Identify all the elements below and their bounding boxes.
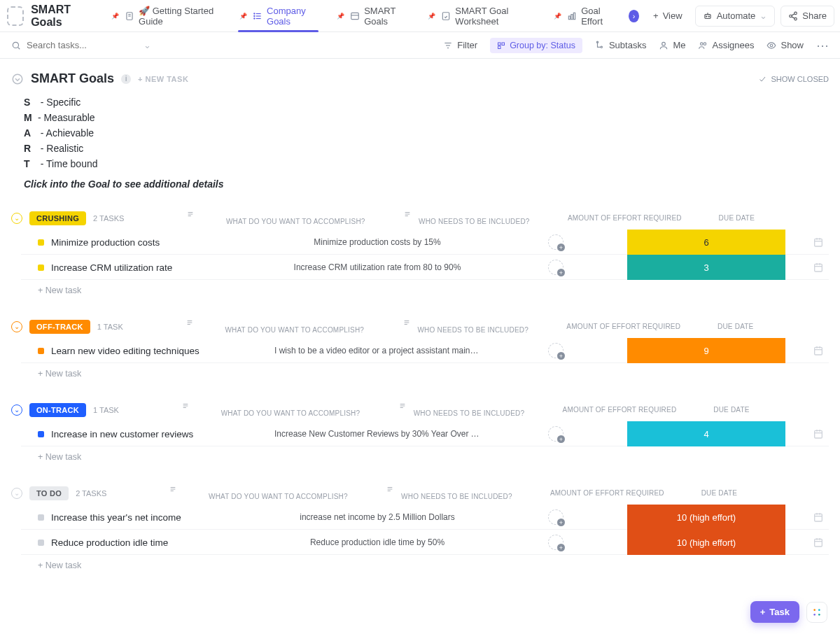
search-icon — [11, 41, 21, 50]
assignee-cell[interactable] — [486, 260, 626, 275]
status-pill[interactable]: ON-TRACK — [29, 403, 86, 417]
label: Group by: Status — [510, 41, 575, 50]
status-pill[interactable]: OFF-TRACK — [29, 320, 90, 334]
chevron-down-icon[interactable]: ⌄ — [144, 40, 151, 50]
due-date-cell[interactable] — [787, 262, 840, 273]
due-date-cell[interactable] — [787, 237, 840, 248]
add-view-button[interactable]: + View — [646, 6, 690, 27]
new-task-link[interactable]: + NEW TASK — [138, 75, 188, 83]
groupby-chip[interactable]: Group by: Status — [490, 38, 582, 53]
col-included: WHO NEEDS TO BE INCLUDED? — [403, 319, 543, 334]
status-dot[interactable] — [38, 239, 44, 246]
new-task-row[interactable]: + New task — [27, 363, 829, 379]
share-button[interactable]: Share — [780, 6, 834, 27]
status-pill[interactable]: CRUSHING — [29, 211, 86, 225]
svg-point-87 — [813, 609, 816, 611]
new-task-row[interactable]: + New task — [27, 446, 829, 462]
effort-cell[interactable]: 6 — [627, 230, 785, 255]
tab-smart-goals[interactable]: 📌 SMART Goals — [328, 0, 416, 32]
search-input[interactable] — [27, 40, 125, 50]
tab-company-goals[interactable]: 📌 Company Goals — [231, 0, 326, 32]
collapse-group-icon[interactable]: ⌄ — [11, 213, 22, 224]
new-task-fab[interactable]: + Task — [750, 601, 799, 623]
add-assignee-icon[interactable] — [548, 343, 564, 358]
status-dot[interactable] — [38, 540, 44, 546]
tab-getting-started[interactable]: 📌 🚀 Getting Started Guide — [103, 0, 228, 32]
show-button[interactable]: Show — [766, 40, 804, 50]
task-accomplish: Increase New Customer Reviews by 30% Yea… — [269, 429, 486, 439]
status-dot[interactable] — [38, 431, 44, 437]
search-wrap[interactable]: ⌄ — [11, 40, 151, 50]
assignee-cell[interactable] — [486, 509, 626, 525]
svg-rect-12 — [568, 16, 570, 20]
label: Share — [802, 10, 827, 21]
info-icon[interactable]: i — [121, 74, 131, 84]
assignee-cell[interactable] — [486, 234, 626, 250]
add-assignee-icon[interactable] — [548, 260, 564, 275]
eye-icon — [766, 41, 776, 50]
show-closed-button[interactable]: SHOW CLOSED — [758, 75, 829, 83]
task-count: 1 TASK — [97, 323, 123, 331]
status-pill[interactable]: TO DO — [29, 486, 69, 500]
effort-cell[interactable]: 3 — [627, 255, 785, 280]
apps-fab[interactable] — [806, 602, 827, 623]
svg-point-37 — [771, 44, 774, 47]
task-row[interactable]: Increase in new customer reviewsIncrease… — [21, 421, 829, 446]
tab-goal-effort[interactable]: 📌 Goal Effort — [545, 0, 622, 32]
svg-rect-45 — [815, 239, 822, 246]
collapse-icon[interactable] — [11, 73, 24, 85]
assignees-button[interactable]: Assignees — [698, 40, 754, 50]
new-task-row[interactable]: + New task — [27, 555, 829, 570]
svg-point-7 — [254, 15, 255, 16]
svg-point-34 — [662, 42, 666, 45]
task-name: Increase in new customer reviews — [51, 429, 193, 439]
assignee-cell[interactable] — [486, 535, 626, 550]
collapse-group-icon[interactable]: ⌄ — [11, 404, 22, 416]
me-button[interactable]: Me — [659, 40, 685, 50]
effort-cell[interactable]: 4 — [627, 421, 785, 446]
status-dot[interactable] — [38, 348, 44, 354]
group-offtrack: ⌄OFF-TRACK1 TASK WHAT DO YOU WANT TO ACC… — [27, 319, 829, 379]
col-due: DUE DATE — [704, 323, 767, 330]
assignee-cell[interactable] — [486, 426, 626, 442]
svg-rect-69 — [815, 430, 822, 438]
new-task-row[interactable]: + New task — [27, 280, 829, 295]
add-assignee-icon[interactable] — [548, 509, 564, 525]
task-row[interactable]: Reduce production idle timeReduce produc… — [21, 530, 829, 555]
due-date-cell[interactable] — [787, 345, 840, 356]
effort-cell[interactable]: 9 — [627, 338, 785, 363]
due-date-cell[interactable] — [787, 537, 840, 548]
task-row[interactable]: Minimize production costsMinimize produc… — [21, 230, 829, 255]
subtasks-button[interactable]: Subtasks — [595, 40, 646, 50]
add-assignee-icon[interactable] — [548, 426, 564, 442]
plus-icon: + — [760, 607, 766, 617]
people-icon — [698, 41, 708, 50]
workspace-icon[interactable] — [7, 6, 24, 26]
collapse-group-icon[interactable]: ⌄ — [11, 488, 22, 499]
add-assignee-icon[interactable] — [548, 234, 564, 250]
more-menu[interactable]: ⋯ — [816, 39, 829, 52]
svg-rect-29 — [498, 43, 501, 45]
filter-button[interactable]: Filter — [443, 40, 477, 50]
effort-cell[interactable]: 10 (high effort) — [627, 505, 785, 530]
task-row[interactable]: Learn new video editing techniquesI wish… — [21, 338, 829, 363]
svg-rect-49 — [815, 264, 822, 272]
add-assignee-icon[interactable] — [548, 535, 564, 550]
task-row[interactable]: Increase this year's net incomeincrease … — [21, 505, 829, 530]
effort-cell[interactable]: 10 (high effort) — [627, 530, 785, 555]
svg-point-21 — [794, 17, 797, 20]
automate-button[interactable]: Automate ⌄ — [695, 6, 776, 27]
due-date-cell[interactable] — [787, 512, 840, 523]
col-included: WHO NEEDS TO BE INCLUDED? — [386, 486, 526, 500]
svg-point-36 — [704, 42, 707, 45]
collapse-group-icon[interactable]: ⌄ — [11, 321, 22, 332]
more-tabs-button[interactable]: › — [629, 10, 639, 22]
tab-label: SMART Goal Worksheet — [455, 6, 534, 27]
status-dot[interactable] — [38, 265, 44, 271]
due-date-cell[interactable] — [787, 428, 840, 439]
tab-worksheet[interactable]: 📌 SMART Goal Worksheet — [419, 0, 542, 32]
status-dot[interactable] — [38, 514, 44, 521]
task-row[interactable]: Increase CRM utilization rateIncrease CR… — [21, 255, 829, 280]
assignee-cell[interactable] — [486, 343, 626, 358]
svg-point-8 — [254, 17, 255, 18]
